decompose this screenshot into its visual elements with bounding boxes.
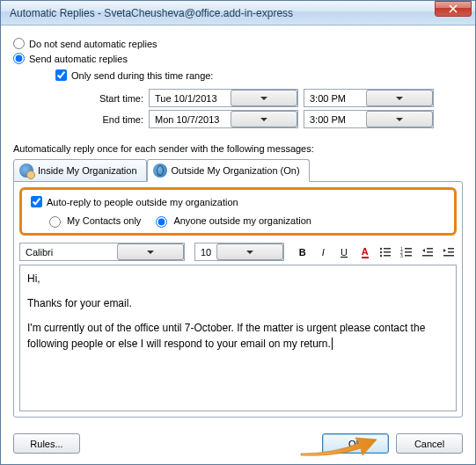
svg-rect-5 xyxy=(384,255,391,257)
message-editor[interactable]: Hi, Thanks for your email. I'm currently… xyxy=(19,265,457,411)
close-button[interactable] xyxy=(435,1,472,17)
globe-icon xyxy=(153,163,167,178)
anyone-label: Anyone outside my organization xyxy=(173,215,311,226)
svg-rect-3 xyxy=(384,251,391,253)
tab-inside-org[interactable]: Inside My Organization xyxy=(13,159,147,182)
size-combo[interactable]: 10 xyxy=(194,243,284,261)
font-combo[interactable]: Calibri xyxy=(19,243,185,261)
chevron-down-icon xyxy=(260,118,267,121)
svg-rect-9 xyxy=(405,251,412,253)
chevron-down-icon xyxy=(396,97,403,100)
svg-rect-13 xyxy=(427,251,433,253)
titlebar: Automatic Replies - SvetaCheusheva@offic… xyxy=(1,1,475,25)
spacer xyxy=(87,433,315,454)
cancel-label: Cancel xyxy=(414,439,444,449)
svg-rect-7 xyxy=(405,248,412,250)
font-color-icon: A xyxy=(362,246,369,258)
start-date-value: Tue 10/1/2013 xyxy=(150,93,231,104)
auto-reply-checkbox[interactable] xyxy=(31,196,42,207)
start-time-value: 3:00 PM xyxy=(304,93,366,104)
italic-button[interactable]: I xyxy=(315,243,332,261)
footer-buttons: Rules... OK Cancel xyxy=(1,426,475,464)
end-date-value: Mon 10/7/2013 xyxy=(150,114,231,125)
size-dropdown[interactable] xyxy=(216,243,283,260)
svg-text:3: 3 xyxy=(400,253,403,258)
rules-button[interactable]: Rules... xyxy=(13,433,80,454)
rules-label: Rules... xyxy=(30,439,62,449)
anyone-option[interactable]: Anyone outside my organization xyxy=(151,214,311,228)
outdent-icon xyxy=(421,246,434,258)
font-color-button[interactable]: A xyxy=(356,243,373,261)
svg-rect-17 xyxy=(443,255,454,257)
indent-icon xyxy=(443,246,455,258)
ok-label: OK xyxy=(348,439,362,449)
chevron-down-icon xyxy=(147,251,154,254)
send-radio[interactable] xyxy=(13,53,25,64)
end-time-combo[interactable]: 3:00 PM xyxy=(304,110,434,128)
tab-inside-label: Inside My Organization xyxy=(38,165,137,176)
bold-button[interactable]: B xyxy=(294,243,311,261)
start-time-label: Start time: xyxy=(89,93,149,104)
underline-button[interactable]: U xyxy=(336,243,353,261)
content-area: Do not send automatic replies Send autom… xyxy=(1,25,475,426)
end-time-dropdown[interactable] xyxy=(366,111,433,127)
svg-rect-11 xyxy=(405,255,412,257)
cancel-button[interactable]: Cancel xyxy=(396,433,463,454)
anyone-radio[interactable] xyxy=(156,216,167,228)
only-range-label: Only send during this time range: xyxy=(71,70,213,81)
tab-strip: Inside My Organization Outside My Organi… xyxy=(13,159,463,182)
tab-outside-label: Outside My Organization (On) xyxy=(172,165,300,176)
chevron-down-icon xyxy=(260,97,267,100)
message-line-1: Hi, xyxy=(27,271,449,287)
end-date-combo[interactable]: Mon 10/7/2013 xyxy=(149,110,298,128)
tab-panel-outside: Auto-reply to people outside my organiza… xyxy=(13,181,463,418)
no-send-radio[interactable] xyxy=(13,38,25,49)
start-time-dropdown[interactable] xyxy=(366,90,433,106)
auto-reply-label: Auto-reply to people outside my organiza… xyxy=(47,197,238,207)
message-line-2: Thanks for your email. xyxy=(27,295,449,311)
svg-rect-16 xyxy=(448,251,454,253)
svg-point-4 xyxy=(380,254,382,256)
start-date-dropdown[interactable] xyxy=(231,90,297,106)
font-value: Calibri xyxy=(20,247,117,258)
contacts-only-option[interactable]: My Contacts only xyxy=(45,214,141,228)
send-option[interactable]: Send automatic replies xyxy=(13,53,463,64)
bullet-list-button[interactable] xyxy=(377,243,394,261)
window-title: Automatic Replies - SvetaCheusheva@offic… xyxy=(10,7,435,19)
ok-button[interactable]: OK xyxy=(322,433,389,454)
bullet-list-icon xyxy=(379,246,392,258)
size-value: 10 xyxy=(195,247,216,258)
font-dropdown[interactable] xyxy=(117,243,184,260)
svg-rect-1 xyxy=(384,248,391,250)
number-list-icon: 123 xyxy=(400,246,413,258)
start-time-combo[interactable]: 3:00 PM xyxy=(304,89,434,107)
contacts-only-radio[interactable] xyxy=(49,216,61,228)
start-date-combo[interactable]: Tue 10/1/2013 xyxy=(149,89,298,107)
only-range-checkbox[interactable] xyxy=(55,69,67,81)
person-icon xyxy=(19,163,33,178)
end-date-dropdown[interactable] xyxy=(231,111,297,127)
send-label: Send automatic replies xyxy=(29,54,128,64)
highlight-box: Auto-reply to people outside my organiza… xyxy=(19,187,457,236)
svg-rect-12 xyxy=(427,248,433,250)
message-line-3: I'm currently out of the office until 7-… xyxy=(27,320,449,352)
svg-point-0 xyxy=(380,247,382,249)
no-send-option[interactable]: Do not send automatic replies xyxy=(13,38,463,49)
time-range-grid: Start time: Tue 10/1/2013 3:00 PM End ti… xyxy=(89,86,463,131)
chevron-down-icon xyxy=(246,251,253,254)
only-range-option[interactable]: Only send during this time range: xyxy=(55,69,463,81)
svg-point-2 xyxy=(380,251,382,252)
outdent-button[interactable] xyxy=(420,243,436,261)
chevron-down-icon xyxy=(396,118,403,121)
indent-button[interactable] xyxy=(440,243,457,261)
tab-outside-org[interactable]: Outside My Organization (On) xyxy=(147,159,310,182)
italic-icon: I xyxy=(322,247,325,258)
dialog-window: Automatic Replies - SvetaCheusheva@offic… xyxy=(0,0,476,465)
svg-rect-15 xyxy=(448,248,454,250)
number-list-button[interactable]: 123 xyxy=(399,243,415,261)
section-label: Automatically reply once for each sender… xyxy=(13,143,463,154)
auto-reply-outside-option[interactable]: Auto-reply to people outside my organiza… xyxy=(27,193,449,210)
bold-icon: B xyxy=(299,247,306,258)
close-icon xyxy=(449,4,458,13)
format-toolbar: Calibri 10 B I U A 123 xyxy=(14,239,462,265)
